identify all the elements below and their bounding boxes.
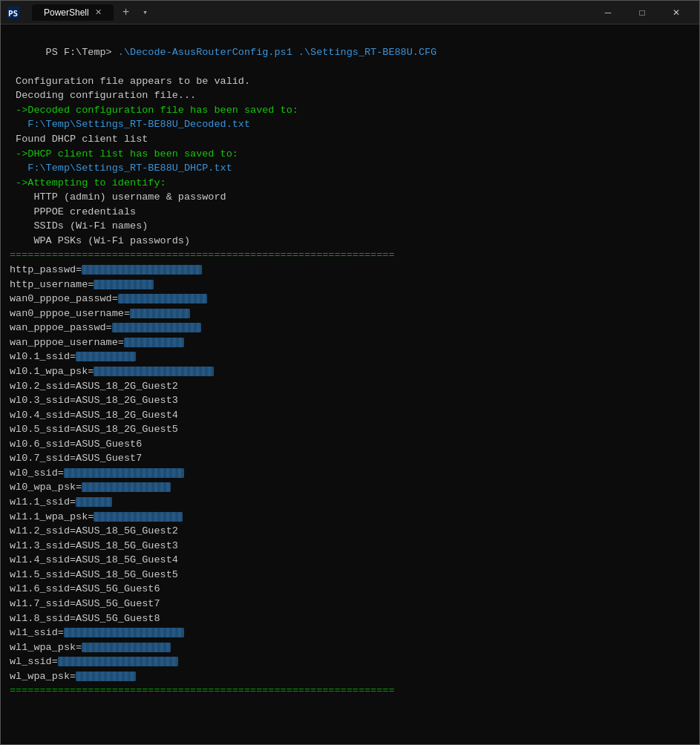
wl15-ssid-line: wl1.5_ssid=ASUS_18_5G_Guest5	[10, 568, 690, 582]
wl11-ssid-redacted	[76, 497, 112, 507]
titlebar: PS PowerShell ✕ + ▾ ─ □ ✕	[1, 1, 699, 24]
wan-pppoe-passwd-line: wan_pppoe_passwd=	[10, 321, 690, 335]
wl01-wpa-psk-line: wl0.1_wpa_psk=	[10, 364, 690, 379]
wan-pppoe-passwd-redacted	[112, 323, 201, 332]
http-passwd-redacted	[82, 265, 202, 275]
titlebar-tabs: PowerShell ✕ + ▾	[32, 4, 152, 21]
tab-dropdown-button[interactable]: ▾	[138, 6, 152, 19]
wl11-wpa-psk-redacted	[94, 512, 183, 522]
wl0-wpa-psk-line: wl0_wpa_psk=	[10, 480, 690, 495]
close-button[interactable]: ✕	[659, 1, 693, 24]
output-line: HTTP (admin) username & password	[10, 190, 690, 205]
output-line: ->DHCP client list has been saved to:	[10, 147, 690, 162]
wl14-ssid-line: wl1.4_ssid=ASUS_18_5G_Guest4	[10, 553, 690, 568]
wl1-ssid-line: wl1_ssid=	[10, 626, 690, 640]
prompt-line: PS F:\Temp> .\Decode-AsusRouterConfig.ps…	[10, 30, 690, 74]
wl1-wpa-psk-line: wl1_wpa_psk=	[10, 640, 690, 655]
output-line: WPA PSKs (Wi-Fi passwords)	[10, 234, 690, 249]
wl11-wpa-psk-line: wl1.1_wpa_psk=	[10, 510, 690, 525]
wl-wpa-psk-line: wl_wpa_psk=	[10, 669, 690, 684]
separator-line-bottom: ========================================…	[10, 683, 690, 698]
separator-line: ========================================…	[10, 248, 690, 263]
wl02-ssid-line: wl0.2_ssid=ASUS_18_2G_Guest2	[10, 379, 690, 394]
output-line: F:\Temp\Settings_RT-BE88U_DHCP.txt	[10, 161, 690, 176]
wan0-pppoe-username-line: wan0_pppoe_username=	[10, 306, 690, 321]
wan-pppoe-username-redacted	[124, 338, 184, 347]
titlebar-left: PS PowerShell ✕ + ▾	[7, 4, 591, 21]
output-line: Decoding configuration file...	[10, 88, 690, 103]
wan0-pppoe-passwd-redacted	[118, 294, 207, 303]
minimize-button[interactable]: ─	[591, 1, 625, 24]
svg-text:PS: PS	[8, 9, 18, 19]
tab-label: PowerShell	[44, 7, 89, 18]
http-passwd-line: http_passwd=	[10, 263, 690, 278]
wan0-pppoe-username-redacted	[130, 309, 190, 318]
http-username-line: http_username=	[10, 278, 690, 292]
output-line: Found DHCP client list	[10, 132, 690, 147]
tab-close-icon[interactable]: ✕	[95, 7, 102, 17]
wl17-ssid-line: wl1.7_ssid=ASUS_5G_Guest7	[10, 597, 690, 611]
wl06-ssid-line: wl0.6_ssid=ASUS_Guest6	[10, 437, 690, 452]
wl-ssid-line: wl_ssid=	[10, 654, 690, 669]
wl01-ssid-line: wl0.1_ssid=	[10, 349, 690, 364]
add-tab-button[interactable]: +	[117, 4, 136, 21]
maximize-button[interactable]: □	[625, 1, 659, 24]
wl-ssid-redacted	[58, 657, 178, 666]
terminal-output[interactable]: PS F:\Temp> .\Decode-AsusRouterConfig.ps…	[1, 24, 699, 744]
wl1-ssid-redacted	[64, 628, 184, 637]
powershell-icon: PS	[7, 6, 20, 19]
wl05-ssid-line: wl0.5_ssid=ASUS_18_2G_Guest5	[10, 422, 690, 437]
wan0-pppoe-passwd-line: wan0_pppoe_passwd=	[10, 292, 690, 306]
wl0-wpa-psk-redacted	[82, 482, 171, 492]
output-line: SSIDs (Wi-Fi names)	[10, 219, 690, 234]
http-username-redacted	[94, 280, 154, 289]
wl04-ssid-line: wl0.4_ssid=ASUS_18_2G_Guest4	[10, 408, 690, 423]
command-text: .\Decode-AsusRouterConfig.ps1 .\Settings…	[118, 47, 436, 58]
wl12-ssid-line: wl1.2_ssid=ASUS_18_5G_Guest2	[10, 524, 690, 539]
wl16-ssid-line: wl1.6_ssid=ASUS_5G_Guest6	[10, 582, 690, 597]
wl07-ssid-line: wl0.7_ssid=ASUS_Guest7	[10, 451, 690, 466]
wl03-ssid-line: wl0.3_ssid=ASUS_18_2G_Guest3	[10, 393, 690, 408]
wl11-ssid-line: wl1.1_ssid=	[10, 495, 690, 510]
output-line: PPPOE credentials	[10, 205, 690, 220]
output-line: Configuration file appears to be valid.	[10, 74, 690, 89]
powershell-tab[interactable]: PowerShell ✕	[32, 4, 114, 21]
wl0-ssid-line: wl0_ssid=	[10, 466, 690, 481]
prompt-ps: PS F:\Temp>	[46, 47, 118, 58]
output-line: ->Decoded configuration file has been sa…	[10, 103, 690, 118]
wl-wpa-psk-redacted	[76, 672, 136, 681]
titlebar-controls: ─ □ ✕	[591, 1, 693, 24]
powershell-window: PS PowerShell ✕ + ▾ ─ □ ✕ PS F:\Temp> .\…	[0, 0, 700, 745]
wl13-ssid-line: wl1.3_ssid=ASUS_18_5G_Guest3	[10, 539, 690, 554]
wl0-ssid-redacted	[64, 468, 184, 478]
wl18-ssid-line: wl1.8_ssid=ASUS_5G_Guest8	[10, 611, 690, 626]
wl01-wpa-psk-redacted	[94, 367, 214, 376]
wl1-wpa-psk-redacted	[82, 643, 171, 652]
output-line: ->Attempting to identify:	[10, 176, 690, 191]
output-line: F:\Temp\Settings_RT-BE88U_Decoded.txt	[10, 117, 690, 132]
wl01-ssid-redacted	[76, 352, 136, 361]
wan-pppoe-username-line: wan_pppoe_username=	[10, 335, 690, 350]
